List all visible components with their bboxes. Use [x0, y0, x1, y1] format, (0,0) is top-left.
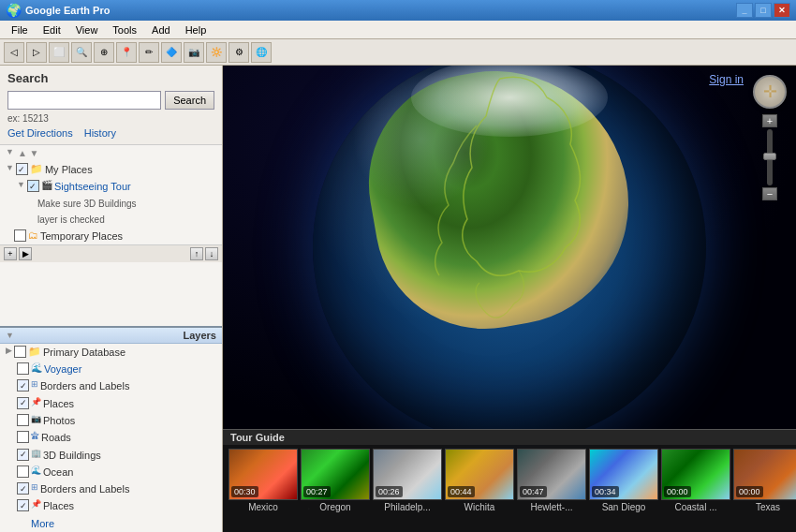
- title-bar: 🌍 Google Earth Pro _ □ ✕: [0, 0, 796, 21]
- sightseeing-label: Sightseeing Tour: [54, 180, 131, 193]
- sign-in-button[interactable]: Sign in: [709, 73, 744, 86]
- my-places-item[interactable]: ▼ 📁 My Places: [0, 161, 222, 178]
- earth-globe[interactable]: [313, 66, 706, 444]
- tour-thumb-oregon[interactable]: 00:27 Oregon: [301, 449, 370, 512]
- places-layer-item2[interactable]: 📌 Places: [0, 497, 222, 514]
- sightseeing-tour-item[interactable]: ▼ 🎬 Sightseeing Tour: [0, 178, 222, 195]
- panel-controls: + ▶ ↑ ↓: [0, 244, 222, 262]
- panel-nav-btn[interactable]: ▶: [19, 247, 32, 260]
- tour-label-mexico: Mexico: [228, 502, 298, 512]
- temporary-places-folder-icon: 🗂: [28, 229, 38, 241]
- zoom-in-btn[interactable]: +: [762, 114, 777, 127]
- layers-title: Layers: [184, 330, 216, 341]
- places-checkbox1[interactable]: [17, 397, 29, 409]
- panel-down-btn[interactable]: ↓: [205, 247, 218, 260]
- tour-thumb-mexico[interactable]: 00:30 Mexico: [228, 449, 298, 512]
- tour-label-philadelphia: Philadelp...: [373, 502, 442, 512]
- compass-control[interactable]: ✛: [753, 75, 787, 109]
- toolbar-btn-7[interactable]: ✏: [139, 42, 159, 63]
- tour-label-hewlett: Hewlett-...: [517, 502, 586, 512]
- zoom-slider[interactable]: [767, 129, 773, 185]
- toolbar-btn-11[interactable]: ⚙: [228, 42, 249, 63]
- toolbar-btn-8[interactable]: 🔷: [161, 42, 182, 63]
- zoom-slider-thumb[interactable]: [763, 153, 776, 160]
- close-button[interactable]: ✕: [774, 3, 790, 18]
- tour-time-oregon: 00:27: [303, 486, 331, 497]
- voyager-item[interactable]: 🌊 Voyager: [0, 361, 222, 377]
- 3d-buildings-item[interactable]: 🏢 3D Buildings: [0, 447, 222, 464]
- tour-thumb-hewlett[interactable]: 00:47 Hewlett-...: [517, 449, 586, 512]
- history-link[interactable]: History: [84, 127, 116, 139]
- toolbar-btn-4[interactable]: 🔍: [71, 42, 92, 63]
- toolbar-btn-3[interactable]: ⬜: [49, 42, 69, 63]
- tour-thumb-img-wichita: 00:44: [445, 449, 514, 500]
- menu-view[interactable]: View: [68, 22, 106, 37]
- 3d-buildings-checkbox[interactable]: [17, 449, 29, 461]
- voyager-label: Voyager: [44, 362, 81, 376]
- menu-edit[interactable]: Edit: [36, 22, 68, 37]
- menu-file[interactable]: File: [4, 22, 36, 37]
- borders-labels-item2[interactable]: ⊞ Borders and Labels: [0, 480, 222, 497]
- temporary-places-item[interactable]: ▶ 🗂 Temporary Places: [0, 228, 222, 244]
- photos-label: Photos: [43, 414, 75, 427]
- tour-time-philadelphia: 00:26: [376, 486, 403, 497]
- places-collapsed[interactable]: ▼ ▲ ▼: [0, 145, 222, 161]
- menu-tools[interactable]: Tools: [105, 22, 144, 37]
- zoom-controls: + −: [762, 114, 777, 200]
- map-area[interactable]: Sign in ✛ + − Tour Guide 00:30: [223, 66, 796, 532]
- toolbar-btn-12[interactable]: 🌐: [251, 42, 272, 63]
- toolbar-btn-9[interactable]: 📷: [184, 42, 204, 63]
- tour-thumb-wichita[interactable]: 00:44 Wichita: [445, 449, 514, 512]
- more-item[interactable]: More: [0, 515, 222, 532]
- tour-thumb-texas[interactable]: 00:00 Texas: [733, 449, 796, 512]
- window-controls: _ □ ✕: [736, 3, 790, 18]
- search-button[interactable]: Search: [165, 91, 214, 110]
- tour-label-texas: Texas: [733, 502, 796, 512]
- tour-thumb-philadelphia[interactable]: 00:26 Philadelp...: [373, 449, 442, 512]
- photos-item[interactable]: 📷 Photos: [0, 412, 222, 429]
- menu-add[interactable]: Add: [144, 22, 178, 37]
- borders-labels-item1[interactable]: ⊞ Borders and Labels: [0, 377, 222, 394]
- borders-labels-label1: Borders and Labels: [40, 379, 129, 392]
- minimize-button[interactable]: _: [736, 3, 753, 18]
- panel-up-btn[interactable]: ↑: [190, 247, 203, 260]
- get-directions-link[interactable]: Get Directions: [7, 127, 73, 139]
- ocean-checkbox[interactable]: [17, 466, 29, 478]
- roads-item[interactable]: 🛣 Roads: [0, 429, 222, 446]
- borders-labels-checkbox1[interactable]: [17, 379, 29, 392]
- roads-checkbox[interactable]: [17, 431, 29, 443]
- places-checkbox2[interactable]: [17, 499, 29, 511]
- toolbar-btn-2[interactable]: ▷: [26, 42, 47, 63]
- toolbar-btn-1[interactable]: ◁: [4, 42, 24, 63]
- panel-add-btn[interactable]: +: [4, 247, 17, 260]
- photos-checkbox[interactable]: [17, 414, 29, 426]
- search-input[interactable]: [7, 91, 161, 110]
- tour-time-mexico: 00:30: [231, 486, 258, 497]
- temporary-places-label: Temporary Places: [40, 229, 123, 243]
- tour-label-oregon: Oregon: [301, 502, 370, 512]
- toolbar-btn-6[interactable]: 📍: [116, 42, 137, 63]
- maximize-button[interactable]: □: [755, 3, 772, 18]
- primary-db-item[interactable]: ▶ 📁 Primary Database: [0, 344, 222, 361]
- temporary-places-checkbox[interactable]: [14, 229, 26, 242]
- primary-db-label: Primary Database: [43, 346, 125, 359]
- sightseeing-checkbox[interactable]: [27, 180, 39, 192]
- my-places-folder-icon: 📁: [30, 163, 43, 175]
- borders-labels-checkbox2[interactable]: [17, 482, 29, 495]
- zoom-out-btn[interactable]: −: [762, 187, 777, 200]
- my-places-checkbox[interactable]: [16, 163, 28, 175]
- places-layer-item1[interactable]: 📌 Places: [0, 395, 222, 412]
- primary-db-checkbox[interactable]: [14, 346, 26, 358]
- toolbar-btn-5[interactable]: ⊕: [94, 42, 114, 63]
- menu-help[interactable]: Help: [178, 22, 214, 37]
- search-title: Search: [7, 71, 214, 85]
- voyager-checkbox[interactable]: [17, 362, 29, 375]
- tour-label-sandiego: San Diego: [589, 502, 658, 512]
- sightseeing-subtext2-label: layer is checked: [37, 214, 105, 226]
- ocean-item[interactable]: 🌊 Ocean: [0, 464, 222, 480]
- toolbar-btn-10[interactable]: 🔆: [206, 42, 227, 63]
- tour-thumb-img-coastal: 00:00: [661, 449, 730, 500]
- tour-thumb-coastal[interactable]: 00:00 Coastal ...: [661, 449, 730, 512]
- layers-header: ▼ Layers: [0, 328, 222, 344]
- tour-thumb-sandiego[interactable]: 00:34 San Diego: [589, 449, 658, 512]
